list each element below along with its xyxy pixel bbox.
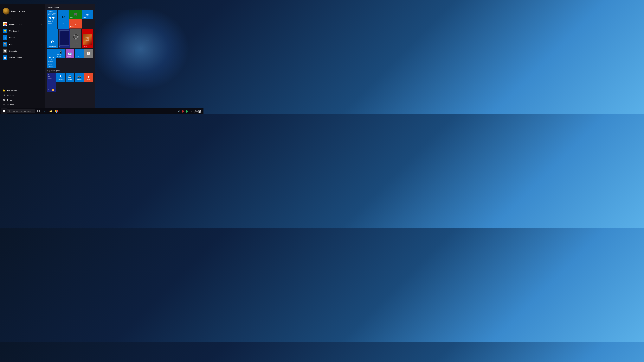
music-label: Music <box>70 26 81 28</box>
app-item-getstarted[interactable]: 💡 Get Started <box>0 27 45 34</box>
power-label: Power <box>7 99 42 101</box>
tile-camera[interactable]: 📷 Camera <box>75 73 84 82</box>
settings-item[interactable]: ⚙ Settings <box>0 93 45 97</box>
search-placeholder: Search the web and Windows <box>11 110 32 112</box>
getstarted-label: Get Started <box>9 30 42 32</box>
sports-label: Sports <box>48 89 52 91</box>
file-explorer-label: File Explorer <box>7 89 42 91</box>
user-section[interactable]: Chuong Nguyen <box>0 6 45 17</box>
start-button[interactable] <box>1 108 7 114</box>
tile-xbox[interactable]: 🎮 Xbox <box>69 10 82 19</box>
app-item-alarms[interactable]: ⏰ Alarms & Clock <box>0 54 45 61</box>
tile-cards[interactable]: 🃏 <box>84 49 93 58</box>
app-item-calculator[interactable]: 🖩 Calculator <box>0 48 45 54</box>
tile-cortana[interactable]: Cortana <box>70 29 81 48</box>
sam-label: Sam <box>76 55 82 57</box>
tiles-panel: Life at a glance Loke-Wei Tan's birthday… <box>45 4 95 108</box>
all-apps-item[interactable]: ☰ All apps <box>0 102 45 107</box>
store-label: Store <box>84 16 92 18</box>
tile-mail[interactable]: ✉ Mail <box>58 10 68 29</box>
tile-edge[interactable]: e Microsoft Edge <box>47 29 58 48</box>
skype-label: Get Skype <box>58 79 64 80</box>
weather-info: San JoseClear81°/61° <box>48 60 54 65</box>
tile-notes[interactable]: ■ ————■ ————■ ———— Notes <box>58 29 70 48</box>
time: 7:30 PM <box>195 110 201 111</box>
tile-calendar[interactable]: Loke-Wei Tan's birthdayToday all day 27 … <box>47 10 58 29</box>
tile-music[interactable]: ♪ Music <box>69 19 82 28</box>
battery-icon[interactable]: 🗃 <box>189 110 192 113</box>
network-icon[interactable] <box>174 110 176 113</box>
taskbar-apps: e 📁 <box>42 108 172 114</box>
xbox-label: Xbox <box>70 16 81 18</box>
svg-rect-12 <box>39 110 40 111</box>
file-explorer-item[interactable]: File Explorer › <box>0 88 45 93</box>
system-items: File Explorer › ⚙ Settings ⏻ Power ☰ Al <box>0 87 45 107</box>
tile-outlook[interactable]: 📧 Outlook <box>66 49 74 58</box>
taskbar-chrome-button[interactable] <box>54 108 59 114</box>
tile-store[interactable]: 🛍 Store <box>82 10 93 19</box>
app-item-paint[interactable]: 🎨 Paint › <box>0 41 45 48</box>
svg-rect-10 <box>4 111 5 112</box>
alarms-icon: ⏰ <box>3 55 7 60</box>
tile-sports[interactable]: FinalAthl.. 1Giants 2 Sports 📶 <box>47 73 56 92</box>
calendar-date: 27 <box>48 16 56 22</box>
volume-icon[interactable]: 🔊 <box>178 110 180 113</box>
task-view-button[interactable] <box>36 108 41 114</box>
svg-rect-9 <box>3 111 4 112</box>
tile-skype[interactable]: S Get Skype <box>56 73 65 82</box>
section1-label: Life at a glance <box>47 6 93 8</box>
chrome-label: Google Chrome <box>9 23 42 25</box>
tile-thispc[interactable]: 💻 This PC <box>66 73 74 82</box>
settings-label: Settings <box>7 94 42 96</box>
taskbar: 🔍 Search the web and Windows e 📁 <box>0 108 204 114</box>
notification-green-icon[interactable]: ⬤ <box>185 110 188 113</box>
calculator-label: Calculator <box>9 50 42 52</box>
phone-label: Phone Comp... <box>57 54 64 57</box>
taskbar-edge-button[interactable]: e <box>42 108 48 114</box>
all-apps-icon: ☰ <box>3 103 5 106</box>
sports-score: FinalAthl.. 1Giants 2 <box>48 74 54 79</box>
date: 10/27/2015 <box>194 111 201 113</box>
svg-rect-14 <box>39 111 40 112</box>
action-center-icon[interactable]: ⬤ <box>182 110 184 113</box>
all-apps-label: All apps <box>7 104 42 106</box>
svg-rect-6 <box>3 90 5 91</box>
file-explorer-arrow: › <box>42 90 42 91</box>
tile-health[interactable]: ♥ Health <box>84 73 93 82</box>
taskbar-search[interactable]: 🔍 Search the web and Windows <box>7 109 35 113</box>
most-used-label: Most used <box>0 17 45 21</box>
notes-content: ■ ————■ ————■ ———— <box>60 30 69 45</box>
clock[interactable]: 7:30 PM 10/27/2015 <box>193 110 201 113</box>
app-item-chrome[interactable]: Google Chrome › <box>0 21 45 27</box>
mail-label: Mail <box>62 22 64 24</box>
start-menu: Chuong Nguyen Most used <box>0 4 95 108</box>
tile-weather[interactable]: 73° San JoseClear81°/61° Weather <box>47 49 56 68</box>
power-icon: ⏻ <box>3 99 5 101</box>
avatar-image <box>3 8 10 14</box>
tile-sam[interactable]: Sam <box>75 49 84 58</box>
cortana-label: Cortana <box>74 42 78 44</box>
tile-news[interactable]: 🖼 News <box>82 29 93 48</box>
tile-phone[interactable]: 📱 Phone Comp... <box>56 49 65 58</box>
svg-rect-11 <box>37 110 38 111</box>
notes-label: Notes <box>60 46 63 48</box>
getstarted-icon: 💡 <box>3 29 7 33</box>
section2-label: Play and explore <box>47 69 93 71</box>
weather-temp: 73° <box>48 56 54 60</box>
avatar <box>3 8 10 14</box>
app-item-people[interactable]: 👥 People <box>0 34 45 41</box>
paint-label: Paint <box>9 43 42 45</box>
chrome-arrow: › <box>42 23 42 25</box>
user-name: Chuong Nguyen <box>11 10 25 12</box>
search-icon: 🔍 <box>8 110 10 112</box>
power-item[interactable]: ⏻ Power <box>0 97 45 102</box>
paint-arrow: › <box>42 43 42 45</box>
taskbar-explorer-button[interactable]: 📁 <box>48 108 54 114</box>
weather-label: Weather <box>48 65 54 67</box>
svg-rect-8 <box>4 110 5 111</box>
left-panel: Chuong Nguyen Most used <box>0 4 45 108</box>
health-label: Health <box>87 79 90 80</box>
svg-point-3 <box>4 24 6 25</box>
calculator-icon: 🖩 <box>3 49 7 53</box>
edge-label: Microsoft Edge <box>48 46 57 47</box>
